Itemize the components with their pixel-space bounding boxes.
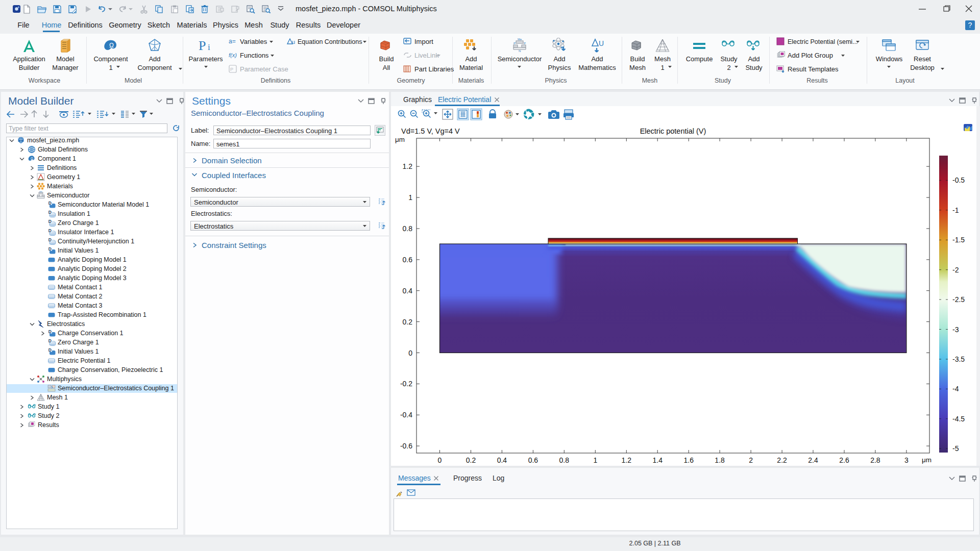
svg-text:0: 0 xyxy=(438,456,442,464)
svg-text:2.8: 2.8 xyxy=(870,456,880,464)
svg-text:P: P xyxy=(230,67,233,72)
svg-text:D: D xyxy=(48,228,52,233)
svg-text:Me: Me xyxy=(39,191,42,193)
svg-text:2.4: 2.4 xyxy=(808,456,818,464)
svg-text:2: 2 xyxy=(749,456,753,464)
svg-text:D: D xyxy=(48,201,52,206)
svg-text:0: 0 xyxy=(408,349,412,357)
svg-text:f(x): f(x) xyxy=(229,52,237,58)
svg-text:0.4: 0.4 xyxy=(403,287,413,295)
svg-text:N: N xyxy=(519,49,521,53)
svg-text:D: D xyxy=(48,210,52,215)
svg-text:-0.2: -0.2 xyxy=(400,380,412,388)
svg-text:-0.4: -0.4 xyxy=(400,411,412,419)
svg-text:u: u xyxy=(292,39,295,45)
svg-text:2.2: 2.2 xyxy=(777,456,787,464)
svg-text:3: 3 xyxy=(904,456,909,464)
svg-text:-5: -5 xyxy=(952,444,959,453)
svg-text:-3.5: -3.5 xyxy=(952,355,965,363)
svg-text:1: 1 xyxy=(593,456,597,464)
svg-text:μm: μm xyxy=(395,136,405,143)
svg-text:1.2: 1.2 xyxy=(622,456,632,464)
svg-text:P: P xyxy=(513,42,516,45)
svg-text:-2: -2 xyxy=(952,266,959,274)
svg-text:Ω: Ω xyxy=(109,42,114,49)
svg-text:a=: a= xyxy=(229,38,236,45)
svg-text:Electric potential (V): Electric potential (V) xyxy=(640,127,706,135)
svg-text:D: D xyxy=(48,338,52,343)
svg-text:-4: -4 xyxy=(952,385,959,393)
svg-text:1.4: 1.4 xyxy=(652,456,663,464)
svg-text:-1: -1 xyxy=(952,206,959,214)
svg-text:U: U xyxy=(599,39,604,47)
svg-text:0.2: 0.2 xyxy=(403,318,413,326)
svg-text:1.6: 1.6 xyxy=(683,456,694,464)
svg-text:2.6: 2.6 xyxy=(839,456,849,464)
svg-text:-2.5: -2.5 xyxy=(952,295,965,304)
svg-text:0.6: 0.6 xyxy=(403,256,413,264)
svg-text:Me: Me xyxy=(518,38,522,41)
svg-text:-1.5: -1.5 xyxy=(952,236,965,244)
svg-text:0.4: 0.4 xyxy=(497,456,507,464)
svg-text:-3: -3 xyxy=(952,325,959,334)
svg-text:D: D xyxy=(48,237,52,242)
svg-text:D: D xyxy=(48,329,52,334)
svg-text:0.2: 0.2 xyxy=(466,456,476,464)
svg-text:P: P xyxy=(199,38,206,53)
svg-text:μm: μm xyxy=(922,456,932,464)
svg-text:0.8: 0.8 xyxy=(559,456,570,464)
svg-text:-0.5: -0.5 xyxy=(952,176,965,184)
svg-text:Ω: Ω xyxy=(31,157,33,160)
svg-text:0.6: 0.6 xyxy=(528,456,538,464)
svg-text:1.2: 1.2 xyxy=(403,162,413,170)
svg-text:Vd=1.5 V, Vg=4 V: Vd=1.5 V, Vg=4 V xyxy=(401,127,460,135)
svg-text:D: D xyxy=(48,219,52,224)
svg-text:D: D xyxy=(48,347,52,353)
svg-text:P: P xyxy=(524,42,526,45)
svg-text:D: D xyxy=(48,246,52,252)
svg-text:1.8: 1.8 xyxy=(715,456,725,464)
svg-text:-0.6: -0.6 xyxy=(400,442,412,450)
svg-text:1: 1 xyxy=(408,193,412,202)
svg-text:-4.5: -4.5 xyxy=(952,415,965,423)
svg-text:i: i xyxy=(208,42,210,52)
svg-text:0.8: 0.8 xyxy=(403,224,413,233)
